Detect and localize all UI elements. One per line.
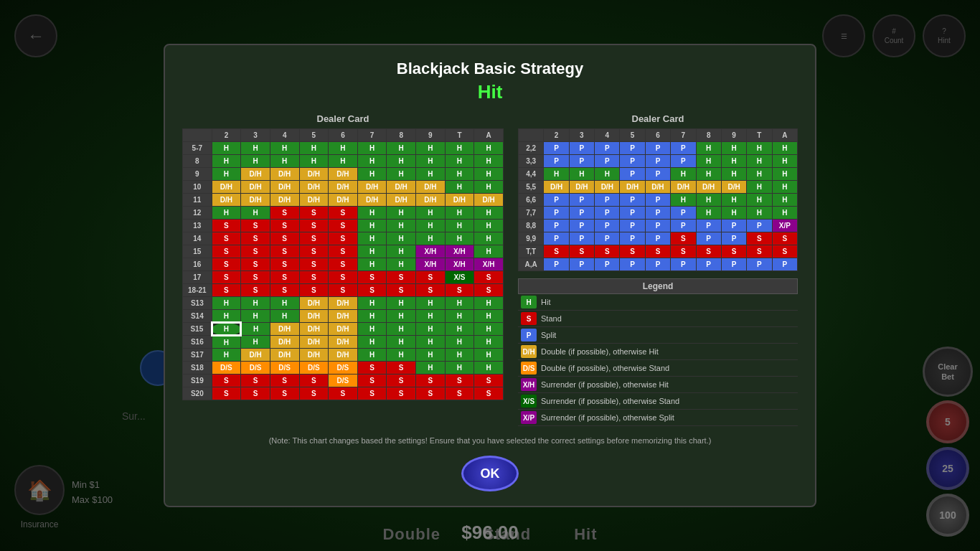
cell: D/S: [212, 362, 241, 375]
cell: H: [212, 168, 241, 181]
cell: H: [212, 297, 241, 310]
cell: H: [416, 207, 446, 220]
cell: S: [212, 232, 241, 245]
cell: S: [212, 258, 241, 271]
legend-badge: D/H: [521, 345, 537, 358]
cell: H: [544, 168, 569, 181]
cell: H: [416, 310, 446, 323]
cell: H: [241, 142, 270, 155]
legend-badge: D/S: [521, 362, 537, 375]
row-label: S16: [183, 336, 212, 349]
cell: H: [772, 168, 797, 181]
cell: H: [474, 362, 504, 375]
cell: S: [595, 245, 620, 258]
cell: H: [772, 207, 797, 220]
cell: H: [416, 336, 446, 349]
cell: H: [474, 168, 504, 181]
cell: P: [645, 220, 670, 232]
cell: S: [241, 232, 270, 245]
cell: D/S: [241, 362, 270, 375]
cell: H: [329, 155, 358, 168]
cell: H: [474, 323, 504, 336]
cell: H: [445, 310, 474, 323]
cell: P: [569, 194, 594, 207]
row-label: S18: [183, 362, 212, 375]
cell: S: [620, 245, 645, 258]
cell: P: [595, 194, 620, 207]
cell: S: [241, 258, 270, 271]
cell: D/H: [241, 194, 270, 207]
cell: S: [387, 271, 416, 284]
cell: D/H: [299, 336, 329, 349]
cell: H: [387, 336, 416, 349]
cell: P: [721, 232, 746, 245]
cell: P: [544, 207, 569, 220]
cell: S: [241, 271, 270, 284]
cell: X/H: [416, 245, 446, 258]
cell: S: [329, 245, 358, 258]
tables-container: Dealer Card 23456789TA5-7HHHHHHHHHH8HHHH…: [182, 113, 798, 426]
cell: P: [620, 232, 645, 245]
cell: H: [445, 349, 474, 362]
cell: H: [387, 258, 416, 271]
cell: D/H: [445, 194, 474, 207]
cell: S: [299, 245, 329, 258]
cell: D/H: [569, 181, 594, 194]
ok-button[interactable]: OK: [461, 456, 519, 491]
cell: P: [645, 155, 670, 168]
cell: D/H: [270, 349, 299, 362]
cell: H: [569, 168, 594, 181]
cell: H: [445, 323, 474, 336]
legend-item: X/SSurrender (if possible), otherwise St…: [518, 393, 798, 410]
cell: S: [329, 258, 358, 271]
legend-badge: P: [521, 329, 537, 342]
cell: X/H: [474, 258, 504, 271]
cell: S: [270, 258, 299, 271]
legend-text: Surrender (if possible), otherwise Stand: [541, 397, 679, 405]
cell: S: [299, 284, 329, 297]
cell: H: [387, 310, 416, 323]
cell: S: [747, 245, 772, 258]
cell: H: [387, 155, 416, 168]
cell: D/H: [270, 168, 299, 181]
row-label: 4,4: [519, 168, 544, 181]
cell: S: [270, 220, 299, 232]
cell: S: [270, 284, 299, 297]
cell: D/H: [329, 168, 358, 181]
cell: H: [357, 142, 387, 155]
cell: S: [416, 284, 446, 297]
row-label: S15: [183, 323, 212, 336]
cell: P: [620, 220, 645, 232]
strategy-modal: Blackjack Basic Strategy Hit Dealer Card…: [164, 44, 816, 507]
cell: H: [747, 194, 772, 207]
cell: P: [696, 232, 721, 245]
cell: S: [241, 220, 270, 232]
cell: D/S: [299, 362, 329, 375]
cell: H: [387, 220, 416, 232]
table-row: 17SSSSSSSSX/SS: [183, 271, 504, 284]
legend-badge: H: [521, 296, 537, 309]
cell: P: [671, 142, 696, 155]
cell: D/H: [270, 323, 299, 336]
cell: S: [241, 387, 270, 400]
row-label: 17: [183, 271, 212, 284]
cell: P: [671, 207, 696, 220]
row-label: 12: [183, 207, 212, 220]
row-label: 8: [183, 155, 212, 168]
cell: H: [772, 142, 797, 155]
cell: H: [416, 349, 446, 362]
row-label: 15: [183, 245, 212, 258]
cell: P: [595, 220, 620, 232]
legend-item: D/SDouble (if possible), otherwise Stand: [518, 360, 798, 377]
legend-title: Legend: [518, 278, 798, 294]
cell: H: [357, 349, 387, 362]
cell: S: [357, 387, 387, 400]
cell: D/H: [270, 336, 299, 349]
legend-text: Stand: [541, 314, 562, 323]
legend-text: Double (if possible), otherwise Hit: [541, 347, 659, 356]
cell: P: [696, 258, 721, 271]
cell: H: [357, 336, 387, 349]
legend-badge: S: [521, 312, 537, 325]
cell: P: [544, 155, 569, 168]
cell: P: [595, 155, 620, 168]
